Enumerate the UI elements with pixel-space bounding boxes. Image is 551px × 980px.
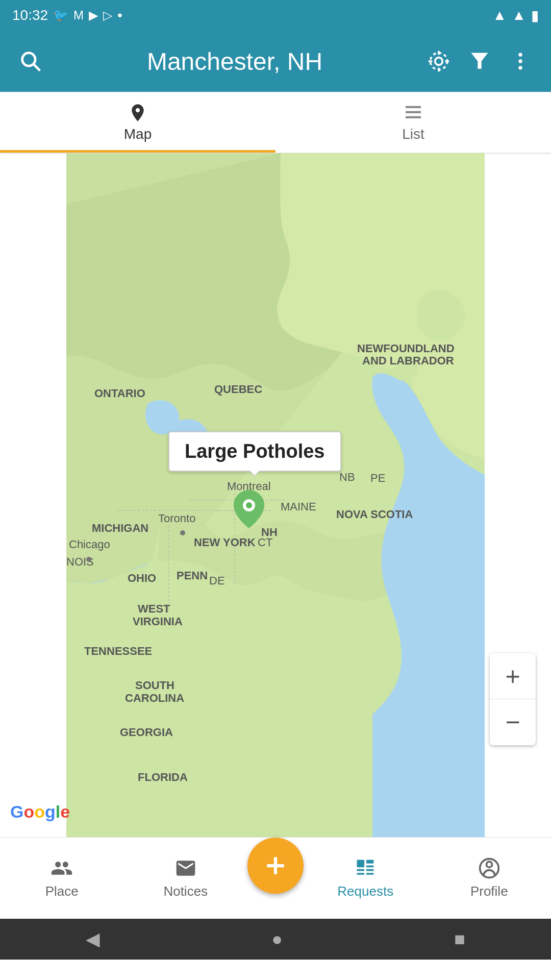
svg-rect-55 (366, 866, 374, 868)
svg-rect-59 (366, 873, 374, 875)
svg-point-11 (518, 66, 522, 69)
tab-map-label: Map (124, 126, 152, 142)
svg-point-2 (435, 58, 443, 65)
signal-icon: ▲ (512, 7, 526, 23)
zoom-in-button[interactable]: + (490, 653, 536, 699)
svg-text:DE: DE (209, 574, 225, 587)
svg-text:Chicago: Chicago (69, 538, 110, 551)
svg-text:NEW YORK: NEW YORK (194, 536, 256, 549)
map-tooltip[interactable]: Large Potholes (168, 431, 341, 472)
tab-bar: Map List (0, 92, 551, 153)
tooltip-text: Large Potholes (185, 440, 325, 462)
svg-rect-54 (366, 860, 374, 864)
back-button[interactable]: ◀ (86, 928, 100, 950)
svg-line-1 (34, 64, 40, 70)
svg-rect-58 (366, 869, 374, 871)
recents-button[interactable]: ■ (454, 928, 465, 950)
svg-text:CAROLINA: CAROLINA (125, 692, 184, 704)
svg-text:NOVA SCOTIA: NOVA SCOTIA (336, 508, 413, 521)
svg-text:WEST: WEST (138, 602, 170, 615)
location-title: Manchester, NH (56, 47, 413, 76)
tab-list[interactable]: List (276, 92, 551, 153)
svg-text:MICHIGAN: MICHIGAN (92, 522, 148, 534)
svg-text:NEWFOUNDLAND: NEWFOUNDLAND (357, 342, 455, 355)
status-icons-area: ▲ ▲ ▮ (493, 7, 539, 24)
svg-text:PENN: PENN (177, 569, 208, 582)
play-store-icon: ▶ (89, 8, 98, 22)
gmail-icon: M (73, 8, 84, 22)
nav-profile-label: Profile (470, 884, 508, 899)
my-location-button[interactable] (423, 50, 454, 72)
svg-rect-57 (357, 873, 365, 875)
map-pin[interactable] (234, 490, 264, 528)
svg-text:OHIO: OHIO (128, 572, 156, 584)
svg-rect-14 (406, 116, 421, 118)
svg-text:GEORGIA: GEORGIA (120, 726, 173, 739)
svg-text:QUEBEC: QUEBEC (214, 383, 262, 396)
svg-text:MAINE: MAINE (281, 500, 316, 513)
svg-text:AND LABRADOR: AND LABRADOR (362, 354, 454, 367)
status-bar: 10:32 🐦 M ▶ ▷ • ▲ ▲ ▮ (0, 0, 551, 31)
nav-place[interactable]: Place (0, 857, 124, 899)
map-view[interactable]: ONTARIO QUEBEC NEWFOUNDLAND AND LABRADOR… (0, 153, 551, 837)
nav-fab-button[interactable] (247, 838, 304, 894)
status-time-area: 10:32 🐦 M ▶ ▷ • (12, 7, 122, 23)
svg-point-61 (486, 862, 492, 867)
filter-button[interactable] (464, 50, 495, 72)
status-time: 10:32 (12, 7, 48, 23)
bird-icon: 🐦 (53, 8, 68, 22)
plus-icon: + (505, 662, 520, 691)
nav-notices[interactable]: Notices (124, 857, 248, 899)
more-options-button[interactable] (505, 50, 536, 72)
nav-place-label: Place (45, 884, 79, 899)
svg-text:ONTARIO: ONTARIO (94, 387, 145, 400)
svg-rect-12 (406, 106, 421, 108)
svg-text:CT: CT (258, 536, 272, 549)
dot-icon: • (117, 7, 122, 23)
svg-text:TENNESSEE: TENNESSEE (84, 645, 152, 657)
nav-notices-label: Notices (163, 884, 208, 899)
svg-point-9 (518, 53, 522, 57)
minus-icon: − (505, 707, 520, 737)
play-music-icon: ▷ (103, 8, 112, 22)
nav-requests-label: Requests (337, 884, 393, 899)
svg-marker-8 (471, 53, 488, 69)
svg-point-0 (22, 53, 36, 66)
android-nav-bar: ◀ ● ■ (0, 919, 551, 960)
svg-text:NB: NB (339, 471, 355, 483)
svg-rect-13 (406, 111, 421, 113)
battery-icon: ▮ (531, 7, 539, 24)
svg-text:Toronto: Toronto (158, 512, 195, 525)
svg-point-50 (246, 502, 252, 508)
svg-point-47 (180, 530, 185, 535)
svg-rect-56 (357, 869, 365, 871)
tab-map[interactable]: Map (0, 92, 276, 153)
zoom-out-button[interactable]: − (490, 699, 536, 745)
svg-text:PE: PE (370, 472, 385, 484)
svg-text:FLORIDA: FLORIDA (138, 771, 188, 783)
nav-profile[interactable]: Profile (428, 857, 552, 899)
svg-point-48 (86, 557, 91, 562)
svg-text:SOUTH: SOUTH (135, 679, 174, 692)
zoom-controls: + − (490, 653, 536, 745)
svg-point-10 (518, 59, 522, 63)
home-button[interactable]: ● (271, 928, 283, 950)
svg-point-3 (431, 53, 447, 70)
google-logo: Google (10, 802, 70, 822)
bottom-nav: Place Notices Requests (0, 837, 551, 919)
svg-rect-53 (357, 860, 365, 868)
tab-list-label: List (402, 126, 424, 142)
app-bar: Manchester, NH (0, 31, 551, 92)
wifi-icon: ▲ (493, 7, 507, 23)
nav-requests[interactable]: Requests (304, 857, 428, 899)
svg-text:VIRGINIA: VIRGINIA (133, 615, 183, 628)
search-button[interactable] (15, 50, 46, 72)
